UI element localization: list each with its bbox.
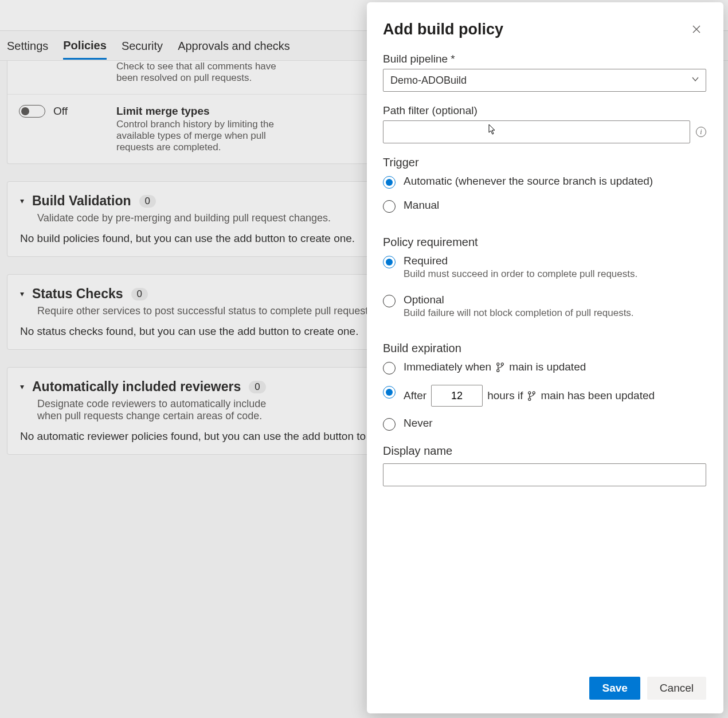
save-button[interactable]: Save — [589, 677, 640, 700]
cancel-button[interactable]: Cancel — [647, 677, 706, 700]
status-checks-title: Status Checks — [32, 286, 123, 302]
build-pipeline-label: Build pipeline * — [383, 53, 706, 65]
requirement-optional-sub: Build failure will not block completion … — [404, 307, 634, 319]
svg-point-1 — [501, 362, 503, 365]
expiration-after-option[interactable]: After hours if main has been updated — [383, 385, 706, 407]
requirement-optional-option[interactable]: Optional Build failure will not block co… — [383, 294, 706, 319]
tab-policies[interactable]: Policies — [63, 32, 107, 60]
expiration-after-text-b: hours if — [487, 389, 523, 402]
trigger-manual-option[interactable]: Manual — [383, 199, 706, 213]
status-checks-count: 0 — [131, 288, 148, 301]
reviewers-title: Automatically included reviewers — [32, 379, 241, 395]
add-build-policy-panel: Add build policy Build pipeline * Path f… — [367, 2, 723, 713]
expiration-immediate-option[interactable]: Immediately when main is updated — [383, 361, 706, 374]
radio-icon[interactable] — [383, 200, 396, 213]
reviewers-count: 0 — [249, 381, 265, 393]
branch-icon — [496, 362, 504, 372]
radio-icon[interactable] — [383, 256, 396, 268]
build-validation-count: 0 — [139, 195, 156, 208]
trigger-heading: Trigger — [383, 156, 706, 169]
radio-icon[interactable] — [383, 295, 396, 307]
tab-approvals[interactable]: Approvals and checks — [178, 33, 290, 58]
reviewers-sub: Designate code reviewers to automaticall… — [37, 398, 289, 422]
build-validation-title: Build Validation — [32, 193, 131, 209]
close-icon[interactable] — [687, 19, 706, 39]
requirement-required-option[interactable]: Required Build must succeed in order to … — [383, 255, 706, 280]
tab-settings[interactable]: Settings — [7, 33, 48, 58]
branch-icon — [527, 391, 536, 401]
expiration-never-label: Never — [404, 417, 433, 430]
build-pipeline-select[interactable] — [383, 69, 706, 92]
radio-icon[interactable] — [383, 362, 396, 374]
requirement-required-sub: Build must succeed in order to complete … — [404, 268, 637, 280]
expiration-immediate-text-b: main is updated — [509, 361, 586, 373]
trigger-manual-label: Manual — [404, 199, 439, 212]
path-filter-label: Path filter (optional) — [383, 104, 706, 117]
expiration-heading: Build expiration — [383, 342, 706, 355]
svg-point-4 — [533, 391, 535, 393]
path-filter-input[interactable] — [383, 120, 690, 143]
chevron-down-icon[interactable]: ▾ — [20, 196, 24, 205]
chevron-down-icon[interactable]: ▾ — [20, 289, 24, 298]
radio-icon[interactable] — [383, 418, 396, 431]
svg-point-3 — [529, 391, 531, 393]
svg-point-5 — [529, 398, 531, 400]
display-name-label: Display name — [383, 444, 706, 458]
limit-merge-desc: Control branch history by limiting the a… — [116, 119, 288, 153]
radio-icon[interactable] — [383, 386, 396, 399]
limit-merge-toggle-label: Off — [53, 105, 68, 118]
expiration-after-text-a: After — [404, 389, 426, 402]
tab-security[interactable]: Security — [122, 33, 163, 58]
radio-icon[interactable] — [383, 176, 396, 189]
panel-title: Add build policy — [383, 21, 503, 38]
requirement-heading: Policy requirement — [383, 236, 706, 249]
info-icon[interactable]: i — [696, 127, 706, 137]
expiration-hours-input[interactable] — [431, 385, 483, 407]
svg-point-2 — [497, 369, 499, 372]
comments-desc: Check to see that all comments have been… — [116, 61, 294, 84]
expiration-never-option[interactable]: Never — [383, 417, 706, 431]
chevron-down-icon[interactable] — [691, 75, 699, 85]
requirement-optional-label: Optional — [404, 294, 634, 306]
chevron-down-icon[interactable]: ▾ — [20, 382, 24, 391]
trigger-automatic-label: Automatic (whenever the source branch is… — [404, 175, 653, 188]
requirement-required-label: Required — [404, 255, 637, 267]
svg-point-0 — [497, 362, 499, 365]
display-name-input[interactable] — [383, 463, 706, 486]
expiration-after-text-c: main has been updated — [541, 389, 655, 402]
trigger-automatic-option[interactable]: Automatic (whenever the source branch is… — [383, 175, 706, 189]
expiration-immediate-text-a: Immediately when — [404, 361, 491, 373]
limit-merge-toggle[interactable] — [19, 105, 45, 118]
